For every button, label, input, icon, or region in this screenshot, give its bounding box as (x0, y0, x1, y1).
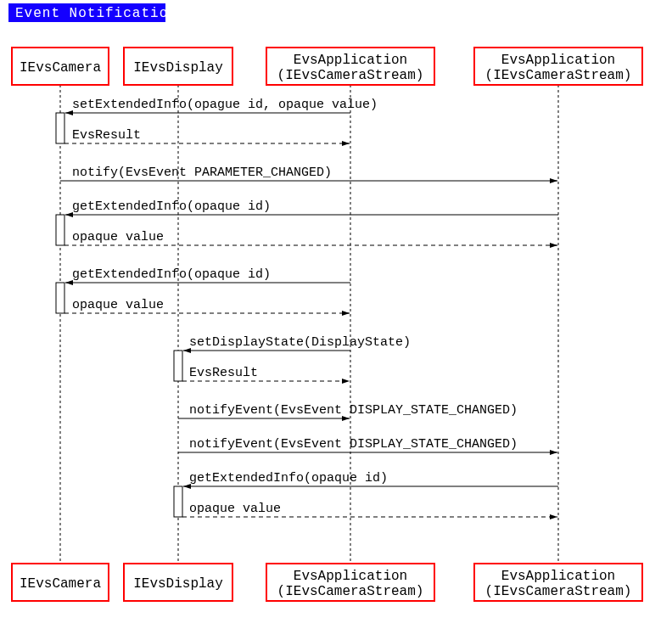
activation-camera-3 (56, 283, 64, 313)
ret-evsresult-1-text: EvsResult (72, 128, 141, 143)
msg-notify-param-text: notify(EvsEvent PARAMETER_CHANGED) (72, 166, 332, 180)
ret-evsresult-2-text: EvsResult (189, 366, 258, 380)
title-text: Event Notification (15, 6, 177, 21)
activation-camera-2 (56, 215, 64, 245)
msg-getextinfo-a-text: getExtendedInfo(opaque id) (72, 267, 271, 282)
msg-getextinfo-disp-text: getExtendedInfo(opaque id) (189, 471, 388, 485)
msg-getextinfo-b-text: getExtendedInfo(opaque id) (72, 199, 271, 214)
label-app-b-top-1: EvsApplication (501, 53, 615, 68)
ret-opaque-b-text: opaque value (72, 230, 164, 244)
label-app-a-top-1: EvsApplication (294, 53, 407, 68)
label-app-a-bot-1: EvsApplication (294, 569, 407, 584)
label-app-b-bot-2: (IEvsCameraStream) (485, 584, 632, 599)
activation-camera-1 (56, 113, 64, 143)
label-camera-top: IEvsCamera (20, 60, 101, 76)
activation-display-1 (174, 351, 182, 381)
label-camera-bot: IEvsCamera (20, 576, 101, 592)
label-app-a-top-2: (IEvsCameraStream) (277, 68, 424, 83)
msg-notify-disp-b-text: notifyEvent(EvsEvent DISPLAY_STATE_CHANG… (189, 437, 518, 452)
msg-notify-disp-a-text: notifyEvent(EvsEvent DISPLAY_STATE_CHANG… (189, 403, 518, 418)
msg-setdisplaystate-text: setDisplayState(DisplayState) (189, 335, 411, 350)
sequence-diagram: Event Notification IEvsCamera IEvsDispla… (0, 0, 672, 623)
label-app-b-top-2: (IEvsCameraStream) (485, 68, 632, 83)
label-app-b-bot-1: EvsApplication (501, 569, 615, 584)
label-display-top: IEvsDisplay (133, 60, 223, 76)
msg-setextendedinfo-text: setExtendedInfo(opague id, opaque value) (72, 98, 378, 112)
label-app-a-bot-2: (IEvsCameraStream) (277, 584, 424, 599)
ret-opaque-a-text: opaque value (72, 298, 164, 312)
ret-opaque-disp-text: opaque value (189, 502, 281, 516)
label-display-bot: IEvsDisplay (133, 576, 223, 592)
activation-display-2 (174, 486, 182, 517)
